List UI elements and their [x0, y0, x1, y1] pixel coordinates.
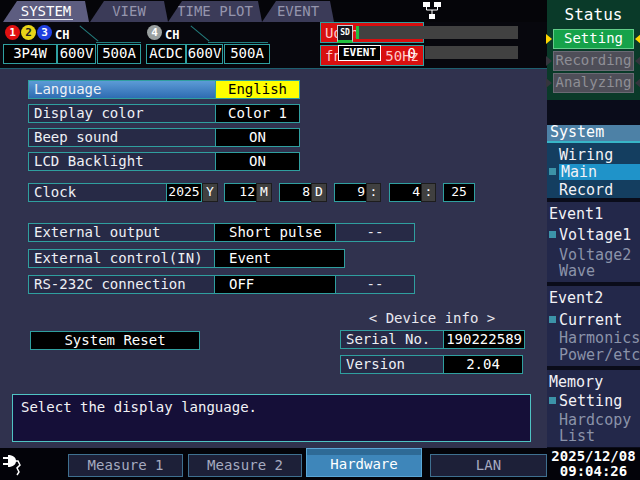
selection-marker — [549, 168, 556, 175]
status-section-title: Status — [547, 0, 640, 24]
serial-no-label: Serial No. — [340, 330, 444, 349]
sd-card-icon: SD — [337, 25, 353, 43]
external-control-row-label[interactable]: External control(IN) — [28, 249, 216, 268]
ch-label: CH — [165, 28, 179, 42]
nav-item-voltage1[interactable]: Voltage1 — [547, 226, 640, 243]
power-plug-icon — [2, 452, 26, 478]
selection-marker — [549, 316, 556, 323]
serial-no-value: 190222589 — [443, 330, 525, 349]
external-output-value[interactable]: Short pulse — [214, 223, 345, 242]
current-range-box: 500A — [224, 44, 270, 64]
voltage-range-box: 600V — [57, 44, 96, 64]
language-row-label[interactable]: Language — [28, 80, 216, 99]
wiring-mode-box: ACDC — [146, 44, 186, 64]
clock-hour-field[interactable]: 9 — [334, 183, 370, 202]
current-range-box: 500A — [97, 44, 141, 64]
event2-section-title: Event2 — [547, 286, 640, 307]
nav-item-harmonics[interactable]: Harmonics — [547, 329, 640, 346]
beep-sound-value[interactable]: ON — [215, 128, 300, 147]
selection-marker — [549, 231, 556, 238]
beep-sound-row-label[interactable]: Beep sound — [28, 128, 216, 147]
clock-month-field[interactable]: 12 — [224, 183, 260, 202]
external-output-extra: -- — [335, 223, 415, 242]
sd-usage-bar — [356, 26, 518, 39]
panel-edge — [79, 25, 98, 41]
nav-item-voltage2[interactable]: Voltage2 — [547, 246, 640, 263]
footer-tab-measure-2[interactable]: Measure 2 — [188, 454, 302, 477]
clock-day-field[interactable]: 8 — [279, 183, 315, 202]
panel-edge — [96, 42, 141, 43]
nav-item-record[interactable]: Record — [547, 181, 640, 198]
display-color-value[interactable]: Color 1 — [215, 104, 300, 123]
bottom-tab-bar: Measure 1 Measure 2 Hardware LAN 2025/12… — [0, 448, 640, 480]
external-output-row-label[interactable]: External output — [28, 223, 216, 242]
clock-month-unit: M — [256, 183, 272, 202]
wiring-mode-box: 3P4W — [3, 44, 57, 64]
footer-tab-measure-1[interactable]: Measure 1 — [68, 454, 183, 477]
memory-section-title: Memory — [547, 370, 640, 391]
event1-section-title: Event1 — [547, 202, 640, 223]
nav-item-list[interactable]: List — [547, 427, 640, 444]
footer-date: 2025/12/08 — [547, 449, 640, 464]
event-counter-value: 0 — [398, 45, 416, 61]
instrument-screen: SYSTEM VIEW TIME PLOT EVENT 1 2 3 CH 3P4… — [0, 0, 640, 480]
version-label: Version — [340, 355, 444, 374]
clock-row-label[interactable]: Clock — [28, 183, 169, 202]
help-message-box: Select the display language. — [12, 394, 531, 442]
nav-item-current[interactable]: Current — [547, 311, 640, 328]
ch4-badge: 4 — [147, 25, 162, 40]
ch3-badge: 3 — [37, 25, 52, 40]
display-color-row-label[interactable]: Display color — [28, 104, 216, 123]
rs232c-row-label[interactable]: RS-232C connection — [28, 275, 216, 294]
footer-tab-lan[interactable]: LAN — [430, 454, 547, 477]
clock-year-field[interactable]: 2025 — [166, 183, 202, 202]
nav-item-power-etc[interactable]: Power/etc — [547, 346, 640, 363]
selection-marker — [549, 397, 556, 404]
nav-item-memory-setting[interactable]: Setting — [547, 392, 640, 409]
right-sidebar: Status Setting Recording Analyzing Syste… — [547, 0, 640, 448]
lcd-backlight-value[interactable]: ON — [215, 152, 300, 171]
event-counter-label: EVENT — [338, 45, 381, 61]
language-value[interactable]: English — [215, 80, 300, 99]
event2-nav-section: Event2 Current Harmonics Power/etc — [547, 286, 640, 366]
panel-edge — [190, 25, 209, 41]
memory-nav-section: Memory Setting Hardcopy List — [547, 370, 640, 447]
system-reset-button[interactable]: System Reset — [30, 331, 200, 350]
tab-system[interactable]: SYSTEM — [3, 1, 89, 22]
status-setting-button[interactable]: Setting — [553, 29, 634, 49]
sd-usage-fill — [356, 26, 359, 39]
status-analyzing-button[interactable]: Analyzing — [553, 73, 634, 93]
status-recording-button[interactable]: Recording — [553, 51, 634, 71]
tab-view[interactable]: VIEW — [90, 1, 168, 22]
tab-time-plot[interactable]: TIME PLOT — [168, 1, 262, 22]
tab-view-label: VIEW — [112, 3, 146, 19]
nav-item-wave[interactable]: Wave — [547, 262, 640, 279]
tab-event-label: EVENT — [277, 3, 319, 19]
rs232c-extra: -- — [335, 275, 415, 294]
external-control-value[interactable]: Event — [214, 249, 345, 268]
tab-event[interactable]: EVENT — [262, 1, 334, 22]
ch2-badge: 2 — [21, 25, 36, 40]
system-nav-section: System Wiring Main Record — [547, 125, 640, 198]
system-section-title: System — [547, 125, 640, 143]
clock-second-field[interactable]: 25 — [443, 183, 475, 202]
clock-day-unit: D — [311, 183, 327, 202]
tab-system-label: SYSTEM — [19, 3, 74, 20]
lcd-backlight-row-label[interactable]: LCD Backlight — [28, 152, 216, 171]
tab-time-plot-label: TIME PLOT — [177, 3, 253, 19]
lan-status-icon — [422, 1, 442, 20]
clock-year-unit: Y — [202, 183, 218, 202]
nav-item-wiring[interactable]: Wiring — [547, 146, 640, 163]
nav-item-main[interactable]: Main — [547, 163, 640, 180]
rs232c-value[interactable]: OFF — [214, 275, 345, 294]
event1-nav-section: Event1 Voltage1 Voltage2 Wave — [547, 202, 640, 282]
clock-hm-separator: : — [366, 183, 381, 202]
clock-ms-separator: : — [421, 183, 436, 202]
footer-tab-hardware[interactable]: Hardware — [306, 448, 422, 477]
top-tab-bar: SYSTEM VIEW TIME PLOT EVENT — [0, 0, 547, 22]
nav-item-hardcopy[interactable]: Hardcopy — [547, 411, 640, 428]
clock-minute-field[interactable]: 4 — [389, 183, 425, 202]
ch-label: CH — [55, 28, 69, 42]
footer-time: 09:04:26 — [547, 464, 640, 479]
version-value: 2.04 — [443, 355, 523, 374]
